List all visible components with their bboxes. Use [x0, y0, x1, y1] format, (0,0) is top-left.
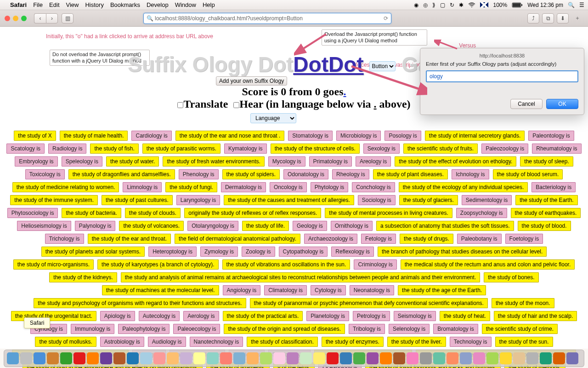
dock-app-icon[interactable]: [420, 352, 432, 364]
definition-chip[interactable]: the study of hair and the scalp.: [494, 311, 577, 321]
term-chip[interactable]: Sedimentology is: [462, 195, 512, 205]
share-button[interactable]: ⤴: [527, 13, 539, 23]
menu-window[interactable]: Window: [175, 1, 196, 8]
term-chip[interactable]: Ornithology is: [331, 221, 373, 231]
term-chip[interactable]: Autecology is: [139, 311, 180, 321]
definition-chip[interactable]: the study and analysis of animal remains…: [121, 272, 480, 282]
definition-chip[interactable]: the study of blood serum.: [493, 169, 563, 179]
definition-chip[interactable]: the study of the liver.: [387, 337, 446, 347]
dock-app-icon[interactable]: [220, 352, 232, 364]
dock-app-icon[interactable]: [447, 352, 458, 364]
definition-chip[interactable]: the study of medicine relating to women.: [12, 182, 119, 192]
term-chip[interactable]: Paleoecology is: [173, 324, 220, 334]
term-chip[interactable]: Rheology is: [332, 169, 369, 179]
term-chip[interactable]: Scatology is: [6, 144, 45, 154]
definition-chip[interactable]: the study of heat.: [440, 311, 490, 321]
dock-app-icon[interactable]: [47, 352, 59, 364]
dock-app-icon[interactable]: [393, 352, 405, 364]
dock-app-icon[interactable]: [140, 352, 152, 364]
definition-chip[interactable]: the study of bones.: [484, 272, 538, 282]
term-chip[interactable]: Paleophytology is: [118, 324, 170, 334]
dock-app-icon[interactable]: [500, 352, 512, 364]
notification-icon[interactable]: ☰: [579, 2, 584, 8]
definition-chip[interactable]: the study of bacteria.: [62, 208, 121, 218]
definition-chip[interactable]: the scientific study of crime.: [482, 324, 558, 334]
score-dot-link[interactable]: .: [344, 86, 346, 98]
definition-chip[interactable]: the study of parasitic worms.: [142, 144, 220, 154]
definition-chip[interactable]: the study of fresh water environments.: [163, 156, 264, 167]
dock-app-icon[interactable]: [513, 352, 525, 364]
forward-button[interactable]: ›: [46, 13, 58, 23]
dock-app-icon[interactable]: [260, 352, 272, 364]
status-icon[interactable]: ⟫: [432, 2, 435, 8]
battery-icon[interactable]: [512, 2, 523, 8]
zoom-window[interactable]: [21, 16, 27, 21]
back-button[interactable]: ‹: [34, 13, 46, 23]
term-chip[interactable]: Otolaryngology is: [187, 221, 238, 231]
dock-app-icon[interactable]: [287, 352, 299, 364]
term-chip[interactable]: Zymology is: [200, 247, 238, 257]
term-chip[interactable]: Paleozoology is: [481, 144, 528, 154]
wifi-icon[interactable]: [468, 2, 475, 8]
definition-chip[interactable]: the study of dragonflies and damselflies…: [68, 169, 175, 179]
dock-app-icon[interactable]: [60, 352, 72, 364]
term-chip[interactable]: Reflexology is: [331, 247, 374, 257]
dock-app-icon[interactable]: [34, 352, 45, 364]
definition-chip[interactable]: the study of X: [14, 131, 56, 141]
term-chip[interactable]: Audiology is: [148, 337, 186, 347]
dock-app-icon[interactable]: [540, 352, 552, 364]
definition-chip[interactable]: the study of the origin and spread of di…: [224, 324, 345, 334]
dock-app-icon[interactable]: [553, 352, 565, 364]
dock-app-icon[interactable]: [167, 352, 179, 364]
definition-chip[interactable]: the study of classification.: [247, 337, 318, 347]
definition-chip[interactable]: the study of karyotypes (a branch of cyt…: [97, 259, 218, 270]
dock-app-icon[interactable]: [193, 352, 205, 364]
definition-chip[interactable]: originally the study of reflexes or of r…: [184, 208, 321, 218]
definition-chip[interactable]: the study of glaciers.: [399, 195, 458, 205]
term-chip[interactable]: Laryngology is: [176, 195, 220, 205]
term-chip[interactable]: Petrology is: [353, 311, 390, 321]
term-chip[interactable]: Zoology is: [242, 247, 275, 257]
term-chip[interactable]: Embryology is: [15, 156, 57, 167]
term-chip[interactable]: Aerology is: [183, 311, 219, 321]
term-chip[interactable]: Neonatology is: [350, 285, 394, 295]
status-icon[interactable]: ◉: [414, 2, 418, 8]
definition-chip[interactable]: the study of mollusks.: [35, 337, 96, 347]
definition-chip[interactable]: the study of fungi.: [165, 182, 217, 192]
dock-app-icon[interactable]: [486, 352, 498, 364]
dock-app-icon[interactable]: [7, 352, 19, 364]
dock-app-icon[interactable]: [526, 352, 538, 364]
term-chip[interactable]: Zoopsychology is: [456, 208, 507, 218]
title-dotdot[interactable]: DotDot: [293, 52, 363, 76]
definition-chip[interactable]: the study of blood.: [518, 221, 571, 231]
dock-app-icon[interactable]: [207, 352, 219, 364]
menu-help[interactable]: Help: [203, 1, 215, 8]
downloads-button[interactable]: ⬇: [557, 13, 569, 23]
definition-chip[interactable]: the study of past cultures.: [102, 195, 173, 205]
definition-chip[interactable]: the study of earthquakes.: [511, 208, 581, 218]
term-chip[interactable]: Bacteriology is: [531, 182, 576, 192]
hear-checkbox[interactable]: [233, 102, 239, 108]
dock-app-icon[interactable]: [340, 352, 352, 364]
dock-app-icon[interactable]: [353, 352, 365, 364]
definition-chip[interactable]: the study of the Earth.: [515, 195, 577, 205]
dock-app-icon[interactable]: [100, 352, 112, 364]
term-chip[interactable]: Planetology is: [306, 311, 349, 321]
definition-chip[interactable]: the branch of pathology that studies dis…: [378, 247, 547, 257]
term-chip[interactable]: Bromatology is: [433, 324, 478, 334]
definition-chip[interactable]: the study of the immune system.: [10, 195, 98, 205]
term-chip[interactable]: Sociology is: [358, 195, 396, 205]
term-chip[interactable]: Selenology is: [389, 324, 430, 334]
term-chip[interactable]: Limnology is: [123, 182, 162, 192]
reload-icon[interactable]: ⟳: [384, 15, 388, 22]
dock-app-icon[interactable]: [87, 352, 99, 364]
menubar-app[interactable]: Safari: [10, 1, 27, 8]
term-chip[interactable]: Foetology is: [505, 234, 543, 244]
term-chip[interactable]: Cytology is: [311, 285, 346, 295]
translate-checkbox[interactable]: [177, 102, 183, 108]
term-chip[interactable]: Nanotechnology is: [190, 337, 243, 347]
battery-pct[interactable]: 100%: [493, 2, 507, 8]
term-chip[interactable]: Climatology is: [264, 285, 307, 295]
definition-chip[interactable]: the study of spiders.: [222, 169, 280, 179]
minimize-window[interactable]: [13, 16, 18, 21]
